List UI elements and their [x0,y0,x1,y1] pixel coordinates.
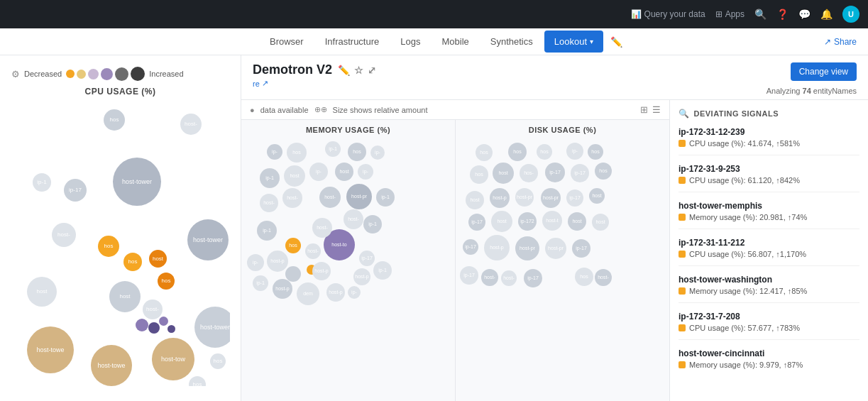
signals-panel: 🔍 DEVIATING SIGNALS ip-172-31-12-239 CPU… [669,100,868,401]
tab-mobile[interactable]: Mobile [432,31,478,53]
right-content: Demotron V2 ✏️ ☆ ⤢ re ↗ Change view Anal… [241,55,868,401]
bubble-purple4[interactable] [167,325,175,333]
map-area: ● data available ⊕⊕ Size shows relative … [241,100,669,401]
bubble-purple3[interactable] [159,317,168,326]
left-panel: ⚙ Decreased Increased CPU USAGE (%) hos … [0,55,241,401]
bubble-hos-orange2[interactable]: hos [123,253,142,271]
legend-dot-4 [101,68,113,80]
tab-logs[interactable]: Logs [390,31,430,53]
disk-panel: DISK USAGE (%) hos hos hos ip- hos hos h… [456,120,669,401]
bubble-purple1[interactable] [136,319,148,331]
chevron-down-icon: ▾ [590,38,593,45]
signal-detail: CPU usage (%): 57.677, ↑783% [679,324,859,332]
grid-view-icon[interactable]: ⊞ [640,104,648,115]
external-link-icon[interactable]: ⤢ [368,65,376,76]
bubble-hos-b1[interactable]: hos [189,376,206,386]
search-icon[interactable]: 🔍 [754,9,767,20]
edit-title-icon[interactable]: ✏️ [338,65,350,76]
signal-detail-text: CPU usage (%): 41.674, ↑581% [689,139,800,148]
bubble-host-darkorange[interactable]: host [149,250,167,268]
external-icon: ↗ [262,79,268,88]
bubble-host-tower-r3[interactable]: host-tower [194,307,230,348]
second-nav: Browser Infrastructure Logs Mobile Synth… [0,28,868,55]
bubble-host-top[interactable]: host- [180,114,202,135]
map-toolbar: ● data available ⊕⊕ Size shows relative … [241,100,669,120]
star-icon[interactable]: ☆ [354,65,363,76]
grid-icon: ⊞ [715,9,723,19]
bubble-hos-b2[interactable]: hos [210,353,226,369]
page-subtitle[interactable]: re ↗ [253,79,376,88]
signal-detail: CPU usage (%): 56.807, ↑1,170% [679,250,859,258]
user-avatar[interactable]: U [842,6,859,23]
legend-dots [66,67,145,81]
signal-color-block [679,140,686,147]
nav-tabs: Browser Infrastructure Logs Mobile Synth… [260,31,622,53]
bubble-host-tow3[interactable]: host-tow [152,338,194,380]
signal-detail: CPU usage (%): 41.674, ↑581% [679,139,859,148]
signal-item-6[interactable]: ip-172-31-7-208 CPU usage (%): 57.677, ↑… [679,312,859,340]
signal-item-7[interactable]: host-tower-cincinnati Memory usage (%): … [679,348,859,376]
signal-color-block [679,214,686,221]
signal-name: host-tower-washington [679,275,859,285]
signals-header-label: DEVIATING SIGNALS [694,109,779,118]
signal-item-3[interactable]: host-tower-memphis Memory usage (%): 20.… [679,201,859,229]
memory-panel: MEMORY USAGE (%) ip- hos ip-1 hos ip- ip… [241,120,456,401]
signals-header: 🔍 DEVIATING SIGNALS [679,109,859,119]
list-view-icon[interactable]: ☰ [652,104,661,115]
edit-icon[interactable]: ✏️ [610,36,622,48]
bubble-host-mid2[interactable]: host [109,281,141,312]
bubble-host-towe1[interactable]: host-towe [27,326,74,373]
size-label: Size shows relative amount [333,106,428,114]
bubble-host-tower-top[interactable]: host-tower [113,158,161,206]
toolbar-left: ● data available ⊕⊕ Size shows relative … [250,105,427,114]
signal-name: ip-172-31-12-239 [679,127,859,137]
bubble-ip17[interactable]: ip-17 [64,179,87,202]
signal-name: host-tower-memphis [679,201,859,211]
disk-panel-title: DISK USAGE (%) [456,120,669,137]
bubble-host-left[interactable]: host [27,277,57,307]
bubble-hos-darkorange[interactable]: hos [158,273,175,290]
bubble-hos-orange1[interactable]: hos [98,236,119,257]
bubble-host-mid[interactable]: host- [52,223,76,247]
signal-name: ip-172-31-7-208 [679,312,859,322]
page-title-area: Demotron V2 ✏️ ☆ ⤢ re ↗ [253,62,376,88]
bubble-purple2[interactable] [148,322,160,334]
tab-lookout[interactable]: Lookout ▾ [544,31,603,53]
tab-browser[interactable]: Browser [260,31,314,53]
question-icon[interactable]: ❓ [776,9,789,20]
signal-name: ip-172-31-11-212 [679,238,859,248]
share-button[interactable]: ↗ Share [824,37,857,47]
signal-item-1[interactable]: ip-172-31-12-239 CPU usage (%): 41.674, … [679,127,859,155]
feedback-icon[interactable]: 💬 [798,9,811,20]
tab-infrastructure[interactable]: Infrastructure [315,31,390,53]
page-title: Demotron V2 ✏️ ☆ ⤢ [253,62,376,77]
signal-item-4[interactable]: ip-172-31-11-212 CPU usage (%): 56.807, … [679,238,859,266]
bubble-host-tower-right[interactable]: host-tower [187,219,229,260]
signal-detail: CPU usage (%): 61.120, ↑842% [679,176,859,185]
gear-icon[interactable]: ⚙ [11,69,20,79]
tab-synthetics[interactable]: Synthetics [480,31,543,53]
signal-detail-text: CPU usage (%): 61.120, ↑842% [689,176,800,185]
content-panels: ● data available ⊕⊕ Size shows relative … [241,100,868,401]
bubble-hos-top[interactable]: hos [104,109,125,131]
change-view-button[interactable]: Change view [791,62,857,81]
legend-dot-2 [77,70,86,79]
map-panels: MEMORY USAGE (%) ip- hos ip-1 hos ip- ip… [241,120,669,401]
data-available-label: data available [260,106,309,114]
signal-detail-text: Memory usage (%): 20.981, ↑74% [689,213,807,221]
bubble-host-r2[interactable]: host- [143,300,163,319]
apps-button[interactable]: ⊞ Apps [715,9,745,19]
signal-color-block [679,251,686,258]
signal-item-5[interactable]: host-tower-washington Memory usage (%): … [679,275,859,303]
share-icon: ↗ [824,37,831,47]
query-your-data-button[interactable]: 📊 Query your data [631,9,705,19]
signal-item-2[interactable]: ip-172-31-9-253 CPU usage (%): 61.120, ↑… [679,164,859,192]
disk-bubble-area: hos hos hos ip- hos hos host hos- ip-17 … [456,137,669,397]
signal-color-block [679,324,686,331]
notification-icon[interactable]: 🔔 [820,9,833,20]
page-header: Demotron V2 ✏️ ☆ ⤢ re ↗ Change view Anal… [241,55,868,100]
bubble-host-towe2[interactable]: host-towe [91,345,132,386]
bubble-ip1[interactable]: ip-1 [33,173,51,192]
memory-panel-title: MEMORY USAGE (%) [241,120,455,137]
signal-name: host-tower-cincinnati [679,348,859,358]
